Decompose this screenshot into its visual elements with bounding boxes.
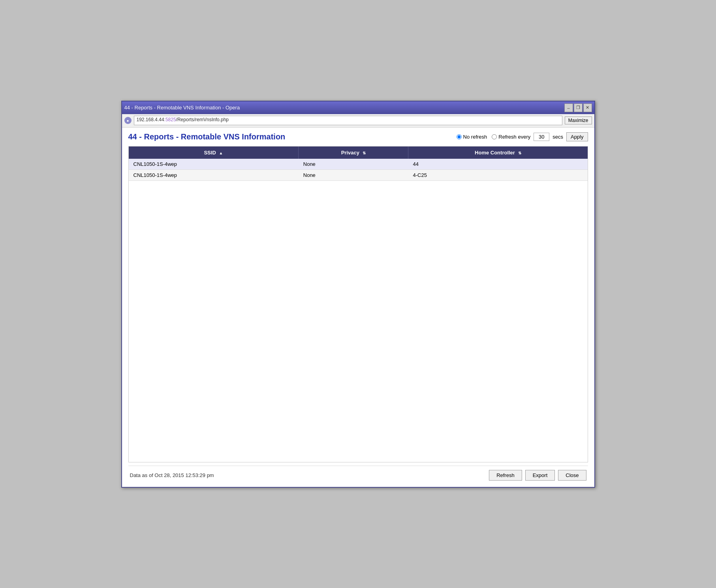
minimize-button[interactable]: –: [564, 103, 573, 112]
no-refresh-radio[interactable]: [457, 134, 462, 139]
table-row: CNL1050-1S-4wepNone4-C25: [129, 169, 588, 180]
window-controls: – ❐ ✕: [564, 103, 592, 112]
page-header: 44 - Reports - Remotable VNS Information…: [128, 132, 588, 141]
ssid-cell: CNL1050-1S-4wep: [129, 169, 299, 180]
home-controller-sort-icon: ⇅: [518, 151, 521, 155]
url-host: 192.168.4.44: [137, 117, 164, 122]
home-controller-column-header[interactable]: Home Controller ⇅: [408, 147, 588, 159]
refresh-every-radio[interactable]: [492, 134, 497, 139]
apply-button[interactable]: Apply: [566, 132, 588, 141]
titlebar: 44 - Reports - Remotable VNS Information…: [122, 101, 594, 114]
refresh-controls: No refresh Refresh every 30 secs Apply: [457, 132, 588, 141]
table-header-row: SSID ▲ Privacy ⇅ Home Controller ⇅: [129, 147, 588, 159]
browser-icon: ●: [124, 117, 132, 124]
close-button[interactable]: Close: [558, 470, 586, 481]
refresh-seconds-input[interactable]: 30: [534, 133, 549, 141]
main-window: 44 - Reports - Remotable VNS Information…: [121, 101, 595, 488]
vns-table: SSID ▲ Privacy ⇅ Home Controller ⇅: [129, 147, 588, 181]
url-port: :5825: [164, 117, 176, 122]
privacy-cell: None: [299, 169, 408, 180]
url-bar[interactable]: 192.168.4.44:5825/Reports/remVnsInfo.php: [134, 116, 562, 125]
privacy-sort-icon: ⇅: [363, 151, 366, 155]
privacy-cell: None: [299, 159, 408, 170]
home_controller-cell: 4-C25: [408, 169, 588, 180]
refresh-every-option[interactable]: Refresh every: [492, 134, 530, 140]
radio-group: No refresh Refresh every: [457, 134, 531, 140]
close-button[interactable]: ✕: [583, 103, 592, 112]
refresh-button[interactable]: Refresh: [489, 470, 522, 481]
table-body: CNL1050-1S-4wepNone44CNL1050-1S-4wepNone…: [129, 159, 588, 181]
no-refresh-option[interactable]: No refresh: [457, 134, 487, 140]
url-path: /Reports/remVnsInfo.php: [176, 117, 229, 122]
export-button[interactable]: Export: [525, 470, 555, 481]
footer-buttons: Refresh Export Close: [489, 470, 586, 481]
home_controller-cell: 44: [408, 159, 588, 170]
restore-button[interactable]: ❐: [574, 103, 583, 112]
privacy-column-header[interactable]: Privacy ⇅: [299, 147, 408, 159]
refresh-every-label: Refresh every: [498, 134, 530, 140]
table-container: SSID ▲ Privacy ⇅ Home Controller ⇅: [128, 146, 588, 462]
page-title: 44 - Reports - Remotable VNS Information: [128, 132, 286, 141]
footer: Data as of Oct 28, 2015 12:53:29 pm Refr…: [128, 466, 588, 482]
window-title: 44 - Reports - Remotable VNS Information…: [124, 105, 240, 111]
addressbar: ● 192.168.4.44:5825/Reports/remVnsInfo.p…: [122, 114, 594, 128]
main-content: 44 - Reports - Remotable VNS Information…: [122, 128, 594, 487]
maximize-button[interactable]: Maximize: [565, 116, 592, 124]
table-row: CNL1050-1S-4wepNone44: [129, 159, 588, 170]
ssid-cell: CNL1050-1S-4wep: [129, 159, 299, 170]
data-timestamp: Data as of Oct 28, 2015 12:53:29 pm: [130, 472, 214, 478]
ssid-column-header[interactable]: SSID ▲: [129, 147, 299, 159]
no-refresh-label: No refresh: [463, 134, 487, 140]
ssid-sort-icon: ▲: [219, 151, 223, 155]
secs-label: secs: [553, 134, 563, 140]
